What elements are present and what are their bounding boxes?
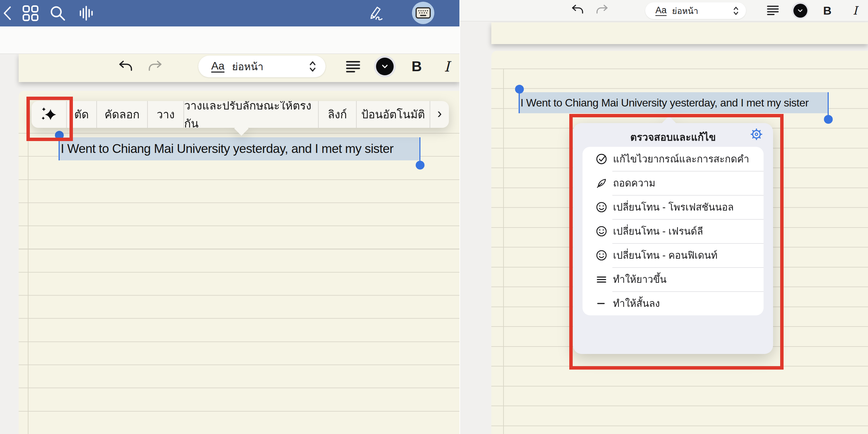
waveform-icon xyxy=(77,5,94,22)
selection-handle-start-dot[interactable] xyxy=(515,85,524,94)
selection-handle-end[interactable] xyxy=(828,92,829,117)
chevron-down-icon xyxy=(381,64,389,69)
menu-item-paste-match-style[interactable]: วางและปรับลักษณะให้ตรงกัน xyxy=(183,101,318,128)
text-color-button[interactable] xyxy=(374,56,396,77)
annotation-box-writing-tools-popup xyxy=(569,114,784,370)
italic-button[interactable]: I xyxy=(849,3,862,18)
menu-item-paste[interactable]: วาง xyxy=(147,101,183,128)
back-button[interactable] xyxy=(2,5,12,21)
selection-handle-end[interactable] xyxy=(419,137,420,163)
context-menu: ตัด คัดลอก วาง วางและปรับลักษณะให้ตรงกัน… xyxy=(32,101,449,128)
note-text[interactable]: I Went to Chiang Mai University yesterda… xyxy=(520,97,809,109)
text-style-icon: Aa xyxy=(655,6,667,16)
margin-line xyxy=(28,133,28,434)
note-canvas-right: I Went to Chiang Mai University yesterda… xyxy=(460,21,868,434)
format-toolbar-left: Aa ย่อหน้า B I xyxy=(0,26,459,54)
screenshot-comparison: Aa ย่อหน้า B I xyxy=(0,0,868,434)
alignment-button[interactable] xyxy=(345,60,361,73)
undo-icon xyxy=(118,59,133,73)
bold-button[interactable]: B xyxy=(408,58,425,75)
text-style-icon: Aa xyxy=(211,60,224,73)
ruled-lines xyxy=(19,133,459,434)
undo-button[interactable] xyxy=(118,59,133,73)
menu-item-link[interactable]: ลิงก์ xyxy=(318,101,356,128)
note-canvas-left: I Went to Chiang Mai University yesterda… xyxy=(0,54,459,434)
chevron-down-icon xyxy=(797,8,803,13)
keyboard-toggle-button[interactable] xyxy=(412,2,434,24)
menu-item-copy[interactable]: คัดลอก xyxy=(96,101,147,128)
audio-button[interactable] xyxy=(77,5,94,22)
annotation-box-writing-tools-button xyxy=(26,97,73,141)
redo-button[interactable] xyxy=(596,3,609,15)
italic-button[interactable]: I xyxy=(439,58,454,75)
marker-pen-icon xyxy=(367,4,385,22)
paragraph-style-selector[interactable]: Aa ย่อหน้า xyxy=(198,56,326,77)
grid-icon xyxy=(22,5,39,21)
text-color-button[interactable] xyxy=(792,2,809,19)
redo-icon xyxy=(596,3,609,15)
notes-grid-button[interactable] xyxy=(22,5,39,21)
format-toolbar-right: Aa ย่อหน้า B I xyxy=(460,0,868,21)
undo-icon xyxy=(571,3,584,15)
menu-item-autofill[interactable]: ป้อนอัตโนมัติ xyxy=(356,101,430,128)
redo-icon xyxy=(148,59,163,73)
paragraph-style-selector[interactable]: Aa ย่อหน้า xyxy=(645,2,746,19)
alignment-icon xyxy=(345,60,361,73)
selected-text-highlight[interactable]: I Went to Chiang Mai University yesterda… xyxy=(58,137,420,160)
menu-more-button[interactable]: › xyxy=(430,101,449,128)
keyboard-icon xyxy=(415,7,431,19)
note-text[interactable]: I Went to Chiang Mai University yesterda… xyxy=(61,142,393,156)
paragraph-style-label: ย่อหน้า xyxy=(672,4,698,18)
screenshot-divider xyxy=(459,0,460,434)
selected-text-highlight[interactable]: I Went to Chiang Mai University yesterda… xyxy=(518,92,829,113)
bold-button[interactable]: B xyxy=(820,3,834,18)
chevron-up-down-icon xyxy=(309,60,317,73)
right-screenshot: Aa ย่อหน้า B I xyxy=(460,0,868,434)
markup-button[interactable] xyxy=(367,4,385,22)
search-button[interactable] xyxy=(50,5,66,21)
previous-page-bottom xyxy=(491,22,868,44)
paragraph-style-label: ย่อหน้า xyxy=(232,59,263,75)
selection-handle-end-dot[interactable] xyxy=(824,115,833,124)
chevron-up-down-icon xyxy=(733,5,739,16)
selection-handle-end-dot[interactable] xyxy=(416,161,425,170)
alignment-button[interactable] xyxy=(766,4,780,16)
undo-button[interactable] xyxy=(571,3,584,15)
redo-button[interactable] xyxy=(148,59,163,73)
back-chevron-icon xyxy=(2,5,12,21)
search-icon xyxy=(50,5,66,21)
alignment-icon xyxy=(766,4,780,16)
left-screenshot: Aa ย่อหน้า B I xyxy=(0,0,459,434)
notes-nav-bar xyxy=(0,0,459,26)
margin-line xyxy=(503,68,504,434)
